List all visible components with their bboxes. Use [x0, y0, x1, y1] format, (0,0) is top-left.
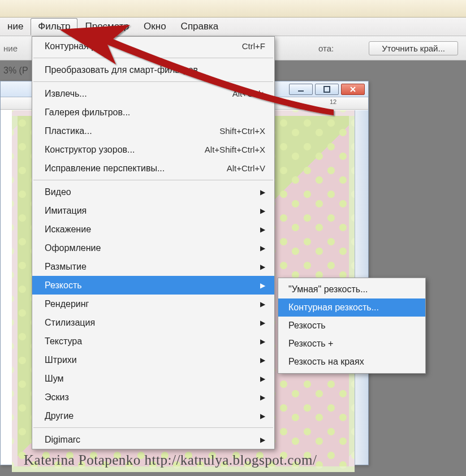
window-chrome-top [0, 0, 466, 18]
menu-label: Искажение [45, 224, 91, 235]
submenu-arrow-icon: ▶ [260, 375, 265, 383]
submenu-arrow-icon: ▶ [260, 412, 265, 420]
options-truncated-text: ние [3, 44, 18, 53]
menu-item-sharpen[interactable]: Резкость ▶ [32, 276, 274, 295]
submenu-arrow-icon: ▶ [260, 244, 265, 252]
height-label: ота: [318, 44, 334, 53]
menu-item-filter[interactable]: Фильтр [31, 18, 77, 35]
menu-item-stylize[interactable]: Стилизация ▶ [32, 313, 274, 332]
ruler-tick-12: 12 [330, 98, 336, 105]
menu-item-filter-gallery[interactable]: Галерея фильтров... [32, 103, 274, 122]
menu-shortcut: Alt+Ctrl+ [232, 89, 265, 98]
menu-item-other[interactable]: Другие ▶ [32, 406, 274, 425]
menu-label: Шум [45, 374, 63, 384]
menu-item-last-filter[interactable]: Контурная ре Ctrl+F [32, 37, 274, 55]
maximize-icon [323, 86, 330, 93]
submenu-item-sharpen[interactable]: Резкость [278, 317, 425, 335]
menu-shortcut: Alt+Shift+Ctrl+X [205, 145, 265, 154]
window-controls [289, 84, 365, 95]
menu-label: Размытие [45, 262, 87, 272]
maximize-button[interactable] [315, 84, 339, 95]
menu-label: Имитация [45, 206, 87, 216]
menu-label: Преобразовать для смарт-фильтров [45, 65, 198, 75]
submenu-arrow-icon: ▶ [260, 393, 265, 401]
main-menu-bar: ние Фильтр Просмотр Окно Справка [0, 18, 466, 36]
menu-label: "Умная" резкость... [288, 284, 368, 295]
minimize-button[interactable] [289, 84, 313, 95]
filter-menu-dropdown: Контурная ре Ctrl+F Преобразовать для см… [32, 36, 275, 449]
menu-shortcut: Shift+Ctrl+X [219, 126, 265, 136]
close-button[interactable] [341, 84, 365, 95]
menu-label: Пластика... [45, 126, 92, 136]
submenu-arrow-icon: ▶ [260, 207, 265, 215]
submenu-arrow-icon: ▶ [260, 300, 265, 308]
menu-label: Резкость [288, 321, 326, 331]
menu-label: Исправление перспективы... [45, 163, 165, 174]
menu-item-view[interactable]: Просмотр [77, 18, 136, 35]
minimize-icon [297, 86, 304, 93]
menu-item-texture[interactable]: Текстура ▶ [32, 332, 274, 350]
menu-item-distort[interactable]: Искажение ▶ [32, 220, 274, 239]
menu-shortcut: Ctrl+F [242, 41, 265, 51]
menu-label: Контурная резкость... [288, 302, 379, 313]
menu-shortcut: Alt+Ctrl+V [227, 163, 265, 173]
menu-label: Резкость на краях [288, 357, 364, 367]
document-status-text: 3% (P [0, 61, 28, 80]
submenu-arrow-icon: ▶ [260, 436, 265, 444]
submenu-item-unsharp-mask[interactable]: Контурная резкость... [278, 298, 425, 317]
menu-label: Стилизация [45, 318, 95, 328]
menu-item-brush-strokes[interactable]: Штрихи ▶ [32, 350, 274, 369]
submenu-arrow-icon: ▶ [260, 319, 265, 327]
menu-item-extract[interactable]: Извлечь... Alt+Ctrl+ [32, 84, 274, 103]
menu-item-digimarc[interactable]: Digimarc ▶ [32, 430, 274, 449]
menu-label: Эскиз [45, 392, 69, 403]
menu-label: Текстура [45, 336, 82, 347]
menu-label: Оформление [45, 243, 101, 253]
menu-item-window[interactable]: Окно [136, 18, 174, 35]
menu-label: Рендеринг [45, 299, 89, 309]
svg-rect-1 [324, 86, 330, 92]
submenu-arrow-icon: ▶ [260, 188, 265, 196]
menu-label: Другие [45, 411, 74, 421]
menu-label: Штрихи [45, 355, 77, 365]
menu-label: Резкость + [288, 339, 333, 349]
menu-item-convert-smart[interactable]: Преобразовать для смарт-фильтров [32, 60, 274, 79]
submenu-item-sharpen-edges[interactable]: Резкость на краях [278, 353, 425, 371]
submenu-arrow-icon: ▶ [260, 263, 265, 271]
menu-item-video[interactable]: Видео ▶ [32, 183, 274, 201]
menu-item-sketch[interactable]: Эскиз ▶ [32, 388, 274, 406]
menu-label: Конструктор узоров... [45, 145, 135, 155]
menu-item-render[interactable]: Рендеринг ▶ [32, 295, 274, 313]
menu-item-artistic[interactable]: Имитация ▶ [32, 201, 274, 220]
submenu-item-sharpen-more[interactable]: Резкость + [278, 335, 425, 353]
submenu-arrow-icon: ▶ [260, 356, 265, 364]
submenu-arrow-icon: ▶ [260, 282, 265, 289]
svg-rect-0 [298, 90, 304, 92]
watermark-text: Katerina Potapenko http://katrulya.blogs… [24, 452, 317, 468]
menu-item-pattern-maker[interactable]: Конструктор узоров... Alt+Shift+Ctrl+X [32, 140, 274, 159]
menu-item-help[interactable]: Справка [174, 18, 226, 35]
menu-item-truncated[interactable]: ние [0, 18, 31, 35]
menu-label: Контурная ре [45, 41, 101, 51]
submenu-item-smart-sharpen[interactable]: "Умная" резкость... [278, 280, 425, 298]
submenu-arrow-icon: ▶ [260, 337, 265, 345]
sharpen-submenu: "Умная" резкость... Контурная резкость..… [278, 278, 426, 374]
close-icon [350, 86, 356, 93]
menu-label: Видео [45, 187, 71, 197]
menu-label: Digimarc [45, 435, 80, 445]
menu-label: Извлечь... [45, 89, 87, 99]
menu-item-pixelate[interactable]: Оформление ▶ [32, 239, 274, 257]
menu-item-liquify[interactable]: Пластика... Shift+Ctrl+X [32, 122, 274, 140]
menu-item-blur[interactable]: Размытие ▶ [32, 257, 274, 276]
refine-edge-button[interactable]: Уточнить край... [369, 41, 458, 55]
submenu-arrow-icon: ▶ [260, 226, 265, 233]
menu-item-vanishing-point[interactable]: Исправление перспективы... Alt+Ctrl+V [32, 159, 274, 178]
menu-item-noise[interactable]: Шум ▶ [32, 369, 274, 388]
menu-label: Резкость [45, 280, 82, 291]
menu-label: Галерея фильтров... [45, 107, 130, 118]
